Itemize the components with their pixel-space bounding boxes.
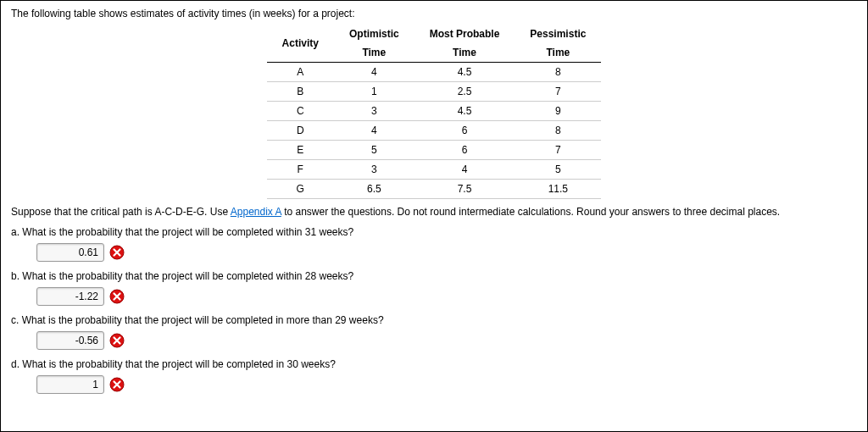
wrong-icon (109, 289, 125, 304)
instructions-text: Suppose that the critical path is A-C-D-… (11, 206, 857, 218)
activity-header: Activity (267, 25, 334, 63)
cell-activity: F (267, 160, 334, 180)
cell-activity: B (267, 82, 334, 102)
cell-activity: E (267, 141, 334, 160)
activity-table: Activity Optimistic Most Probable Pessim… (267, 25, 602, 199)
probable-header-l2: Time (415, 43, 515, 63)
intro-text: The following table shows estimates of a… (11, 8, 857, 19)
question-d-text: d. What is the probability that the proj… (11, 358, 857, 370)
cell-opt: 3 (334, 102, 415, 121)
question-d: d. What is the probability that the proj… (11, 358, 857, 394)
appendix-link[interactable]: Appendix A (231, 206, 281, 218)
cell-prob: 4.5 (415, 63, 515, 82)
instructions-post: to answer the questions. Do not round in… (281, 206, 780, 218)
answer-d-input[interactable] (36, 375, 104, 394)
table-row: F 3 4 5 (267, 160, 602, 180)
table-row: C 3 4.5 9 (267, 102, 602, 121)
cell-prob: 6 (415, 121, 515, 141)
table-row: B 1 2.5 7 (267, 82, 602, 102)
cell-opt: 4 (334, 63, 415, 82)
question-b: b. What is the probability that the proj… (11, 270, 857, 306)
table-row: A 4 4.5 8 (267, 63, 602, 82)
cell-pess: 8 (515, 63, 601, 82)
cell-pess: 5 (515, 160, 601, 180)
cell-pess: 7 (515, 141, 601, 160)
probable-header-l1: Most Probable (415, 25, 515, 43)
pessimistic-header-l1: Pessimistic (515, 25, 601, 43)
answer-c-input[interactable] (36, 331, 104, 350)
cell-opt: 4 (334, 121, 415, 141)
wrong-icon (109, 333, 125, 348)
cell-activity: C (267, 102, 334, 121)
cell-prob: 4 (415, 160, 515, 180)
cell-prob: 7.5 (415, 180, 515, 199)
answer-a-input[interactable] (36, 243, 104, 262)
optimistic-header-l2: Time (334, 43, 415, 63)
cell-pess: 11.5 (515, 180, 601, 199)
cell-pess: 9 (515, 102, 601, 121)
table-row: G 6.5 7.5 11.5 (267, 180, 602, 199)
pessimistic-header-l2: Time (515, 43, 601, 63)
cell-pess: 7 (515, 82, 601, 102)
table-row: D 4 6 8 (267, 121, 602, 141)
cell-activity: A (267, 63, 334, 82)
cell-pess: 8 (515, 121, 601, 141)
question-c-text: c. What is the probability that the proj… (11, 314, 857, 326)
wrong-icon (109, 377, 125, 392)
wrong-icon (109, 245, 125, 260)
question-b-text: b. What is the probability that the proj… (11, 270, 857, 282)
activity-table-container: Activity Optimistic Most Probable Pessim… (11, 25, 857, 199)
cell-opt: 6.5 (334, 180, 415, 199)
cell-activity: D (267, 121, 334, 141)
cell-opt: 5 (334, 141, 415, 160)
cell-opt: 3 (334, 160, 415, 180)
cell-opt: 1 (334, 82, 415, 102)
question-c: c. What is the probability that the proj… (11, 314, 857, 350)
answer-b-input[interactable] (36, 287, 104, 306)
cell-prob: 6 (415, 141, 515, 160)
cell-prob: 4.5 (415, 102, 515, 121)
question-a-text: a. What is the probability that the proj… (11, 226, 857, 238)
table-row: E 5 6 7 (267, 141, 602, 160)
question-a: a. What is the probability that the proj… (11, 226, 857, 262)
table-header-row-1: Activity Optimistic Most Probable Pessim… (267, 25, 602, 43)
instructions-pre: Suppose that the critical path is A-C-D-… (11, 206, 231, 218)
cell-activity: G (267, 180, 334, 199)
optimistic-header-l1: Optimistic (334, 25, 415, 43)
cell-prob: 2.5 (415, 82, 515, 102)
